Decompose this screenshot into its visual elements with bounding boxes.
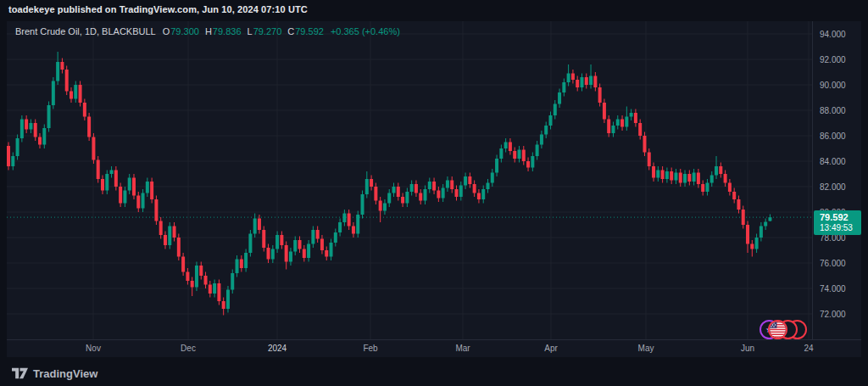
time-tick-label: Feb [363,344,377,353]
price-axis[interactable]: 79.592 13:49:53 94.00092.00090.00088.000… [812,21,861,339]
price-tick-label: 76.000 [820,259,846,268]
time-tick-label: Nov [86,344,101,353]
chart-widget: Brent Crude Oil, 1D, BLACKBULL O79.300H7… [7,21,861,357]
bar-countdown: 13:49:53 [820,223,861,233]
legend-ohlc-item: H79.836 [205,26,242,36]
time-tick-label: 24 [804,344,813,353]
price-tick-label: 90.000 [820,81,846,90]
time-axis[interactable]: NovDec2024FebMarAprMayJun24 [7,339,861,357]
legend-ohlc: O79.300H79.836L79.270C79.592 [163,26,324,36]
last-price-value: 79.592 [820,212,861,223]
price-tick-label: 82.000 [820,182,846,192]
time-tick-label: Apr [544,344,558,353]
price-tick-label: 92.000 [820,55,846,64]
published-banner: toadekeye published on TradingView.com, … [8,4,308,14]
brand-name[interactable]: TradingView [33,367,97,380]
symbol-title[interactable]: Brent Crude Oil, 1D, BLACKBULL [15,26,156,36]
price-tick-label: 72.000 [820,310,846,319]
legend-change: +0.365 (+0.46%) [331,26,400,36]
time-tick-label: May [638,344,654,353]
economic-events-marker[interactable]: ★ [760,319,810,341]
time-tick-label: 2024 [268,344,287,353]
tradingview-snapshot: toadekeye published on TradingView.com, … [0,0,868,386]
price-tick-label: 74.000 [820,284,846,294]
chart-pane[interactable]: Brent Crude Oil, 1D, BLACKBULL O79.300H7… [7,21,812,339]
candlestick-chart[interactable] [7,21,812,339]
grid-layer [7,21,812,339]
time-tick-label: Dec [181,344,196,353]
legend: Brent Crude Oil, 1D, BLACKBULL O79.300H7… [15,26,400,36]
price-tick-label: 84.000 [820,157,846,166]
us-flag-icon[interactable] [768,320,787,339]
price-tick-label: 88.000 [820,106,846,115]
price-tick-label: 86.000 [820,131,846,141]
candles-layer [7,52,771,316]
time-tick-label: Jun [741,344,754,353]
time-tick-label: Mar [455,344,470,353]
legend-ohlc-item: O79.300 [163,26,199,36]
footer-bar: TradingView [0,361,868,386]
tradingview-logo-icon[interactable] [12,367,28,379]
legend-ohlc-item: C79.592 [287,26,324,36]
price-tick-label: 94.000 [820,30,846,39]
last-price-label: 79.592 13:49:53 [814,210,861,235]
legend-ohlc-item: L79.270 [248,26,282,36]
